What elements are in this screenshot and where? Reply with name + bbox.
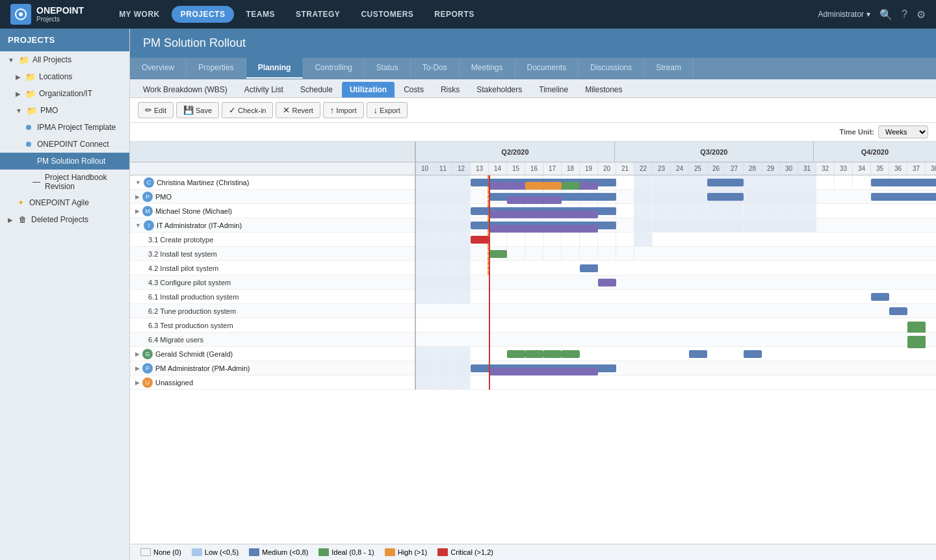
tab-stakeholders[interactable]: Stakeholders [469, 82, 530, 97]
nav-reports[interactable]: REPORTS [425, 6, 484, 23]
content-area: PM Solution Rollout Overview Properties … [130, 29, 936, 560]
bar-christina-blue2 [707, 179, 744, 186]
doc-icon [23, 122, 34, 133]
time-unit-select[interactable]: Weeks Days Months Quarters [878, 125, 928, 138]
sidebar-item-allprojects[interactable]: ▼ 📁 All Projects [0, 51, 129, 68]
gantt-right-panel[interactable]: Q2/2020 Q3/2020 Q4/2020 10 11 12 13 14 [416, 142, 936, 390]
edit-icon: ✏ [145, 105, 152, 115]
toggle-icon[interactable]: ▶ [135, 351, 140, 357]
nav-mywork[interactable]: MY WORK [110, 6, 169, 23]
tab-overview[interactable]: Overview [130, 58, 187, 79]
week-34: 34 [853, 162, 871, 175]
quarter-header-row: Q2/2020 Q3/2020 Q4/2020 [416, 142, 936, 162]
import-button[interactable]: ↑ Import [323, 102, 364, 118]
tab-utilization[interactable]: Utilization [342, 82, 395, 97]
toggle-icon[interactable]: ▶ [135, 379, 140, 386]
sidebar-item-orgit[interactable]: ▶ 📁 Organization/IT [0, 85, 129, 102]
search-icon[interactable]: 🔍 [879, 8, 892, 21]
gantt-row-itadmin[interactable]: ▼ I IT Administrator (IT-Admin) [130, 218, 415, 233]
nav-items: MY WORK PROJECTS TEAMS STRATEGY CUSTOMER… [110, 6, 805, 23]
tab-discussions[interactable]: Discussions [578, 58, 644, 79]
nav-user[interactable]: Administrator ▾ [818, 10, 870, 19]
sidebar: PROJECTS ▼ 📁 All Projects ▶ 📁 Locations … [0, 29, 130, 560]
bar-gerald-6 [744, 350, 762, 358]
quarter-q4: Q4/2020 [814, 142, 936, 162]
tab-milestones[interactable]: Milestones [577, 82, 630, 97]
week-header-row: 10 11 12 13 14 15 16 17 18 19 20 21 [416, 162, 936, 175]
tab-timeline[interactable]: Timeline [531, 82, 576, 97]
edit-button[interactable]: ✏ Edit [138, 102, 174, 118]
toggle-icon[interactable]: ▼ [135, 222, 141, 229]
week-38: 38 [926, 162, 936, 175]
tab-costs[interactable]: Costs [396, 82, 432, 97]
sidebar-item-locations[interactable]: ▶ 📁 Locations [0, 68, 129, 85]
sidebar-item-pmo[interactable]: ▼ 📁 PMO [0, 102, 129, 119]
settings-icon[interactable]: ⚙ [916, 8, 926, 21]
tab-properties[interactable]: Properties [187, 58, 246, 79]
gantt-grid-row-michael [416, 204, 936, 218]
gantt-wrapper: Time Unit: Weeks Days Months Quarters [130, 123, 936, 560]
gantt-row-pmadmin[interactable]: ▶ P PM Administrator (PM-Admin) [130, 361, 415, 375]
tab-risks[interactable]: Risks [433, 82, 467, 97]
week-17: 17 [543, 162, 562, 175]
bar-christina-green [562, 182, 580, 190]
tab-controlling[interactable]: Controlling [303, 58, 364, 79]
logo[interactable]: ONEPOINT Projects [10, 4, 84, 25]
nav-strategy[interactable]: STRATEGY [287, 6, 349, 23]
person-icon: G [142, 349, 153, 359]
tab-activity-list[interactable]: Activity List [237, 82, 291, 97]
gantt-grid-row-pmadmin-grid [416, 361, 936, 375]
gantt-row-pmo[interactable]: ▶ P PMO [130, 190, 415, 204]
checkin-button[interactable]: ✓ Check-in [222, 102, 273, 118]
sidebar-item-agile[interactable]: ✦ ONEPOINT Agile [0, 194, 129, 211]
nav-projects[interactable]: PROJECTS [172, 6, 235, 23]
svg-point-1 [19, 12, 23, 16]
week-36: 36 [889, 162, 907, 175]
gantt-row-michael[interactable]: ▶ M Michael Stone (Michael) [130, 204, 415, 218]
gantt-container[interactable]: ▼ C Christina Martinez (Christina) ▶ P P… [130, 142, 936, 544]
week-24: 24 [671, 162, 689, 175]
sidebar-item-deleted[interactable]: ▶ 🗑 Deleted Projects [0, 211, 129, 228]
help-icon[interactable]: ? [902, 8, 907, 20]
gantt-row-unassigned[interactable]: ▶ U Unassigned [130, 375, 415, 390]
gantt-row-task6: 6.2 Tune production system [130, 304, 415, 318]
legend-ideal: Ideal (0,8 - 1) [318, 548, 374, 556]
sidebar-item-pm-solution[interactable]: PM Solution Rollout [0, 153, 129, 170]
nav-customers[interactable]: CUSTOMERS [352, 6, 422, 23]
sidebar-item-handbook[interactable]: — Project Handbook Revision [0, 170, 129, 194]
bar-gerald-3 [543, 350, 562, 358]
tab-schedule[interactable]: Schedule [292, 82, 341, 97]
week-31: 31 [798, 162, 816, 175]
nav-teams[interactable]: TEAMS [237, 6, 284, 23]
save-button[interactable]: 💾 Save [176, 102, 219, 118]
week-19: 19 [580, 162, 598, 175]
bar-gerald-4 [562, 350, 580, 358]
tab-stream[interactable]: Stream [644, 58, 694, 79]
folder-icon: 📁 [25, 71, 36, 82]
gantt-row-gerald[interactable]: ▶ G Gerald Schmidt (Gerald) [130, 347, 415, 361]
week-37: 37 [907, 162, 926, 175]
export-button[interactable]: ↓ Export [367, 102, 408, 118]
tab-status[interactable]: Status [365, 58, 411, 79]
gantt-row-christina[interactable]: ▼ C Christina Martinez (Christina) [130, 175, 415, 190]
gantt-grid-row-task2 [416, 247, 936, 261]
gantt-left-panel: ▼ C Christina Martinez (Christina) ▶ P P… [130, 142, 416, 390]
sidebar-item-ipma[interactable]: IPMA Project Template [0, 119, 129, 136]
sidebar-title: PROJECTS [0, 29, 129, 51]
revert-button[interactable]: ✕ Revert [276, 102, 320, 118]
week-28: 28 [744, 162, 762, 175]
tab-planning[interactable]: Planning [246, 58, 304, 79]
toggle-icon[interactable]: ▶ [135, 365, 140, 372]
sidebar-item-onepoint-connect[interactable]: ONEPOINT Connect [0, 136, 129, 153]
tab-meetings[interactable]: Meetings [460, 58, 515, 79]
toggle-icon[interactable]: ▼ [135, 179, 141, 186]
tab-todos[interactable]: To-Dos [411, 58, 460, 79]
toggle-icon[interactable]: ▶ [135, 194, 140, 200]
toolbar: ✏ Edit 💾 Save ✓ Check-in ✕ Revert ↑ Impo… [130, 98, 936, 123]
tab-documents[interactable]: Documents [515, 58, 579, 79]
gantt-row-task7: 6.3 Test production system [130, 318, 415, 333]
bar-gerald-1 [507, 350, 525, 358]
tab-wbs[interactable]: Work Breakdown (WBS) [135, 82, 235, 97]
toggle-icon[interactable]: ▶ [135, 208, 140, 214]
gantt-row-task5: 6.1 Install production system [130, 290, 415, 304]
